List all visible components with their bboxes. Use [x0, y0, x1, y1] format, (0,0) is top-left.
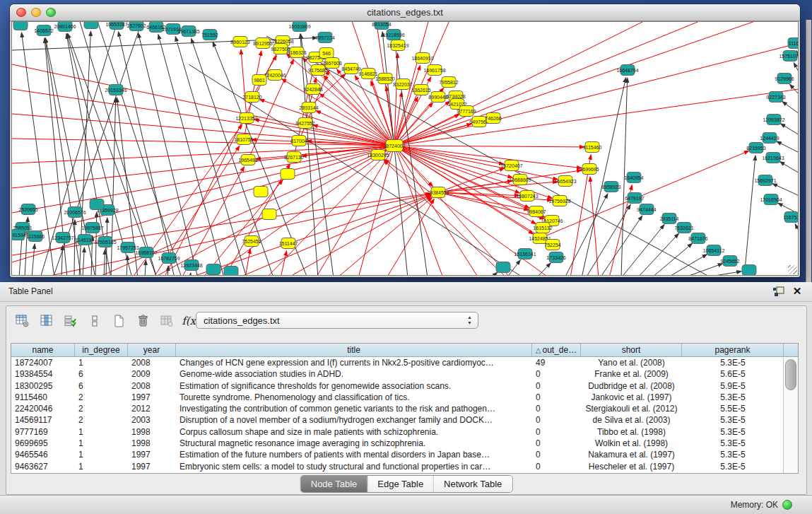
tab-node-table[interactable]: Node Table	[301, 476, 368, 492]
graph-node[interactable]: 10653287	[105, 22, 127, 30]
network-graph[interactable]: 1872400714055722089140610653287152760264…	[12, 22, 798, 275]
graph-node[interactable]: 12213359	[235, 113, 257, 124]
graph-edge[interactable]	[491, 272, 498, 275]
tab-network-table[interactable]: Network Table	[434, 476, 512, 492]
table-row[interactable]: 946554611997Estimation of the future num…	[11, 449, 798, 460]
graph-node[interactable]	[84, 22, 98, 29]
graph-edge[interactable]	[782, 101, 798, 114]
graph-node[interactable]: 1527602	[126, 22, 146, 31]
graph-node[interactable]: 9699695	[579, 164, 599, 175]
graph-edge[interactable]	[582, 78, 626, 275]
graph-node[interactable]: 19218596	[382, 30, 404, 40]
graph-node[interactable]: 19384554	[427, 187, 449, 198]
show-columns-icon[interactable]	[36, 311, 57, 331]
graph-node[interactable]: 751552	[201, 30, 218, 40]
graph-node[interactable]: 8267130	[284, 152, 303, 163]
graph-node[interactable]: 752254	[544, 240, 560, 250]
tab-edge-table[interactable]: Edge Table	[367, 476, 434, 492]
graph-node[interactable]: 11167	[788, 38, 798, 49]
graph-node[interactable]: 8322037	[393, 79, 412, 90]
column-header-name[interactable]: name	[11, 344, 75, 356]
graph-node[interactable]: 8186328	[287, 47, 306, 58]
graph-edge[interactable]	[83, 247, 84, 275]
graph-node[interactable]	[224, 267, 238, 276]
graph-node[interactable]: 8813054	[372, 22, 391, 30]
graph-node[interactable]: 20153346	[105, 85, 126, 95]
graph-edge[interactable]	[600, 216, 642, 275]
vertical-scrollbar[interactable]	[783, 358, 798, 473]
graph-node[interactable]	[742, 265, 756, 276]
graph-node[interactable]	[206, 264, 220, 275]
graph-node[interactable]: 2867608	[322, 58, 341, 69]
graph-node[interactable]: 8427552	[295, 118, 314, 129]
graph-node[interactable]: 1511447	[279, 238, 298, 249]
column-header-pagerank[interactable]: pagerank	[682, 344, 784, 356]
graph-node[interactable]: 10975887	[81, 223, 103, 233]
graph-node[interactable]	[262, 209, 276, 220]
graph-edge[interactable]	[12, 139, 394, 146]
graph-node[interactable]: 391594	[12, 230, 26, 240]
import-table-icon[interactable]	[156, 311, 177, 331]
graph-node[interactable]: 8990448	[428, 92, 447, 103]
graph-node[interactable]: 16961758	[423, 65, 445, 76]
graph-edge[interactable]	[12, 146, 394, 238]
graph-node[interactable]: 6479197	[625, 193, 644, 204]
graph-node[interactable]: 9129966	[775, 74, 794, 84]
graph-node[interactable]: 12342757	[52, 233, 73, 243]
graph-node[interactable]: 19756928	[548, 196, 570, 206]
graph-node[interactable]: 116753	[784, 212, 798, 223]
close-button[interactable]	[16, 8, 26, 17]
graph-node[interactable]: 9474444	[637, 204, 656, 215]
graph-window-titlebar[interactable]: citations_edges.txt	[10, 4, 800, 21]
select-rows-icon[interactable]	[60, 311, 81, 331]
graph-edge[interactable]	[777, 141, 798, 153]
graph-node[interactable]: 10688609	[509, 175, 531, 185]
graph-node[interactable]	[496, 262, 510, 273]
graph-edge[interactable]	[281, 251, 287, 275]
table-selector-dropdown[interactable]: citations_edges.txt ▲▼	[196, 312, 478, 329]
graph-node[interactable]: 9245652	[720, 256, 739, 267]
graph-node[interactable]: 1145194	[76, 235, 95, 245]
column-header-out_de[interactable]: △out_de…	[532, 344, 581, 356]
graph-edge[interactable]	[104, 250, 105, 275]
graph-node[interactable]: 18325419	[387, 40, 408, 51]
delete-table-icon[interactable]	[132, 311, 153, 331]
graph-edge[interactable]	[779, 162, 798, 173]
graph-node[interactable]: 2935114	[660, 214, 679, 224]
graph-edge[interactable]	[565, 194, 608, 275]
zoom-button[interactable]	[46, 8, 56, 17]
table-settings-icon[interactable]	[12, 311, 33, 331]
graph-node[interactable]: 7525451	[242, 236, 261, 247]
table-row[interactable]: 1830029562008Estimation of significance …	[11, 380, 798, 392]
table-row[interactable]: 969969511998Structural magnetic resonanc…	[11, 438, 798, 449]
graph-edge[interactable]	[780, 124, 798, 135]
graph-node[interactable]: 9175685	[308, 65, 327, 76]
graph-node[interactable]: 16654923	[554, 176, 576, 187]
graph-edge[interactable]	[288, 196, 431, 275]
graph-edge[interactable]	[19, 235, 22, 275]
graph-node[interactable]: 16720407	[500, 160, 522, 171]
graph-edge[interactable]	[637, 233, 679, 275]
table-row[interactable]: 1872400712008Changes of HCN gene express…	[11, 357, 798, 368]
graph-node[interactable]: 9115460	[583, 142, 602, 153]
graph-edge[interactable]	[175, 37, 247, 275]
graph-edge[interactable]	[145, 260, 146, 275]
graph-node[interactable]: 1965493	[238, 155, 257, 165]
graph-edge[interactable]	[794, 63, 798, 73]
table-row[interactable]: 1938455462009Genome-wide association stu…	[11, 368, 798, 380]
table-row[interactable]: 911546021997Tourette syndrome. Phenomeno…	[11, 392, 798, 403]
graph-edge[interactable]	[795, 224, 798, 232]
graph-node[interactable]: 546	[319, 48, 334, 59]
graph-node[interactable]: 1244419	[760, 133, 779, 144]
graph-edge[interactable]	[210, 146, 394, 275]
minimize-button[interactable]	[31, 8, 41, 17]
table-row[interactable]: 1456911722003Disruption of a novel membe…	[11, 414, 798, 426]
graph-node[interactable]: 1405572	[34, 25, 53, 36]
graph-node[interactable]: 16210643	[762, 153, 784, 163]
graph-edge[interactable]	[12, 89, 394, 146]
scrollbar-thumb[interactable]	[785, 359, 796, 390]
graph-node[interactable]: 20891406	[54, 22, 76, 32]
column-header-in_degree[interactable]: in_degree	[75, 344, 128, 356]
graph-node[interactable]: 10654112	[703, 245, 725, 256]
graph-edge[interactable]	[32, 244, 35, 275]
